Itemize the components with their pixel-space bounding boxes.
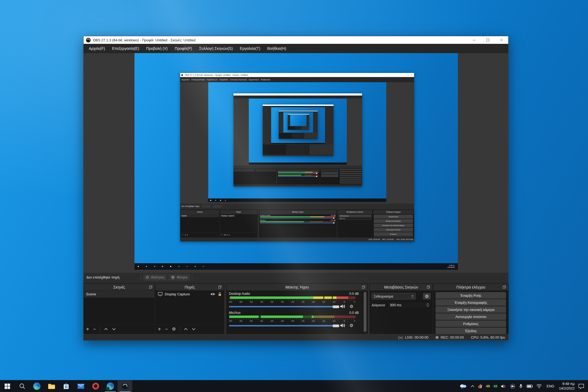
taskbar-opera[interactable]: [88, 380, 103, 392]
popout-icon[interactable]: [362, 285, 365, 289]
search-button[interactable]: [15, 380, 29, 392]
sources-panel-header[interactable]: Πηγές: [156, 284, 224, 291]
preview-mirror-level-5: [288, 114, 309, 130]
control-button[interactable]: Έξοδος: [436, 327, 506, 334]
volume-slider[interactable]: [229, 305, 335, 308]
microsoft-store-icon: [63, 383, 69, 390]
volume-slider[interactable]: [229, 324, 335, 327]
volume-slider-handle[interactable]: [333, 324, 339, 327]
mixer-panel-header[interactable]: Μείκτης Ήχου: [227, 284, 367, 291]
remove-source-button[interactable]: −: [165, 326, 168, 332]
taskbar-edge[interactable]: [29, 380, 44, 392]
move-source-up-button[interactable]: [184, 328, 188, 330]
tick-label: 0: [351, 301, 357, 304]
close-button[interactable]: [495, 36, 508, 44]
popout-icon[interactable]: [149, 285, 152, 289]
volume-slider-handle[interactable]: [333, 305, 339, 308]
speaker-icon[interactable]: [340, 323, 346, 328]
sources-panel: Πηγές Display Capture + − ⚙: [155, 283, 224, 334]
scenes-toolbar: + −: [84, 324, 155, 333]
clock[interactable]: 9:48 πμ 14/2/2022: [559, 382, 575, 391]
tray-speaker-icon[interactable]: [501, 384, 506, 388]
scenes-panel-header[interactable]: Σκηνές: [84, 284, 155, 291]
window-titlebar[interactable]: OBS 27.1.3 (64-bit, windows) - Προφίλ: U…: [84, 36, 508, 44]
control-button[interactable]: Ξεκινήστε την εικονική κάμερα: [436, 306, 506, 313]
minimize-button[interactable]: [467, 36, 481, 44]
menu-item[interactable]: Συλλογή Σκηνών(S): [195, 44, 236, 53]
taskbar-obs[interactable]: [118, 380, 132, 392]
control-button[interactable]: Έναρξη Ροής: [436, 292, 506, 299]
control-button[interactable]: Ρυθμίσεις: [436, 320, 506, 327]
tick-label: -10: [331, 320, 337, 323]
visibility-eye-icon[interactable]: [210, 292, 215, 296]
source-properties-gear-icon[interactable]: ⚙: [172, 326, 176, 332]
control-button[interactable]: Λειτουργία στούντιο: [436, 313, 506, 320]
mirror-panels-2: [234, 169, 362, 184]
menu-item[interactable]: Βοήθεια(H): [264, 44, 290, 53]
taskbar-file-explorer[interactable]: [44, 380, 59, 392]
menu-item[interactable]: Επεξεργασία(E): [109, 44, 143, 53]
control-button[interactable]: Έναρξη Καταγραφής: [436, 299, 506, 306]
duration-input[interactable]: 300 ms: [387, 302, 431, 308]
start-button[interactable]: [0, 380, 15, 392]
controls-panel: Πλήκτρα ελέγχου Έναρξη ΡοήςΈναρξη Καταγρ…: [433, 283, 509, 334]
speaker-icon[interactable]: [340, 304, 346, 309]
remove-scene-button[interactable]: −: [93, 326, 96, 332]
popout-icon[interactable]: [218, 285, 222, 289]
channel-settings-gear-icon[interactable]: ⚙: [350, 323, 353, 328]
tick-label: -55: [238, 301, 244, 304]
channel-settings-gear-icon[interactable]: ⚙: [350, 304, 353, 309]
taskbar-mail[interactable]: [74, 380, 88, 392]
controls-panel-header[interactable]: Πλήκτρα ελέγχου: [433, 284, 508, 291]
menu-item[interactable]: Προβολή (V): [143, 44, 171, 53]
mixer-scrollbar[interactable]: [364, 292, 366, 332]
source-list-item[interactable]: Display Capture: [156, 291, 224, 298]
mirror-panels-4: [279, 133, 318, 139]
gpu-monitor-icon[interactable]: [478, 384, 482, 388]
unlock-icon[interactable]: [218, 292, 222, 296]
move-scene-up-button[interactable]: [104, 328, 108, 330]
gpu-temp-1[interactable]: 49: [486, 384, 490, 388]
transition-select[interactable]: Ξεθώριασμα: [372, 293, 416, 299]
move-source-down-button[interactable]: [192, 328, 196, 330]
duration-spinner-icon[interactable]: [426, 303, 429, 307]
tick-label: 0: [351, 320, 357, 323]
tick-label: -55: [238, 320, 244, 323]
gpu-temp-2[interactable]: 48: [494, 384, 497, 388]
edge-badge-icon: [107, 382, 114, 390]
popout-icon[interactable]: [427, 285, 430, 289]
microphone-icon[interactable]: [519, 384, 523, 389]
transitions-panel-header[interactable]: Μεταβάσεις Σκηνών: [370, 284, 432, 291]
meet-now-icon[interactable]: [510, 384, 516, 389]
mirror-menu-item-1: Αρχείο(F): [181, 79, 189, 81]
volume-meter: [229, 316, 356, 318]
weather-icon[interactable]: [459, 383, 467, 389]
tick-label: -35: [279, 320, 285, 323]
maximize-button[interactable]: [481, 36, 495, 44]
popout-icon[interactable]: [503, 285, 506, 289]
taskbar-edge-beta[interactable]: [103, 380, 118, 392]
add-scene-button[interactable]: +: [86, 326, 89, 332]
menu-item[interactable]: Εργαλεία(T): [236, 44, 264, 53]
add-source-button[interactable]: +: [158, 326, 161, 332]
properties-button[interactable]: ⚙ Ιδιότητες: [143, 274, 167, 281]
taskbar-microsoft-store[interactable]: [59, 380, 74, 392]
scene-list-item[interactable]: Scene: [84, 291, 155, 298]
select-spinner-icon: [411, 295, 414, 298]
menu-item[interactable]: Αρχείο(F): [85, 44, 109, 53]
move-scene-down-button[interactable]: [112, 328, 116, 330]
menu-item[interactable]: Προφίλ(P): [171, 44, 196, 53]
preview-canvas[interactable]: OBS 27.1.3 (64-bit, windows) - Προφίλ: U…: [134, 53, 458, 270]
wifi-icon[interactable]: [536, 384, 542, 388]
mirror-obs-window-3: [263, 105, 333, 156]
tick-label: -45: [258, 301, 264, 304]
transition-settings-gear-icon[interactable]: ⚙: [423, 293, 431, 299]
battery-charging-icon[interactable]: [526, 384, 533, 388]
action-center-icon[interactable]: [578, 384, 584, 389]
obs-taskbar-icon: [121, 382, 129, 390]
tick-label: -20: [310, 320, 316, 323]
tray-expand-chevron-icon[interactable]: [471, 385, 474, 387]
filters-button[interactable]: Φίλτρα: [169, 274, 190, 281]
language-indicator[interactable]: ENG: [546, 384, 555, 388]
mirror-control-button-1: Λειτουργία στούντιο: [374, 228, 413, 232]
